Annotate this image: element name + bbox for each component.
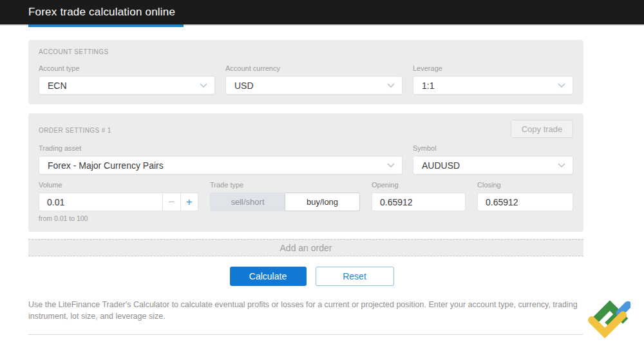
bottom-divider bbox=[28, 334, 583, 335]
trade-type-sell-option[interactable]: sell/short bbox=[210, 193, 285, 211]
account-currency-select[interactable]: USD bbox=[225, 76, 402, 95]
account-type-value: ECN bbox=[48, 81, 67, 91]
tab-strip bbox=[0, 24, 644, 27]
page-header: Forex trade calculation online bbox=[0, 0, 644, 24]
account-type-label: Account type bbox=[39, 64, 215, 72]
closing-price-input[interactable] bbox=[477, 193, 573, 211]
calculator-form: ACCOUNT SETTINGS Account type ECN Accoun… bbox=[28, 40, 583, 286]
trading-asset-field: Trading asset Forex - Major Currency Pai… bbox=[39, 144, 402, 175]
trade-type-label: Trade type bbox=[210, 181, 360, 189]
closing-label: Closing bbox=[477, 181, 573, 189]
symbol-select[interactable]: AUDUSD bbox=[413, 156, 573, 175]
symbol-value: AUDUSD bbox=[422, 160, 460, 171]
volume-input[interactable] bbox=[39, 193, 163, 211]
chevron-down-icon bbox=[387, 163, 395, 168]
order-settings-panel: ORDER SETTINGS # 1 Copy trade Trading as… bbox=[28, 113, 583, 232]
calculate-button[interactable]: Calculate bbox=[230, 267, 307, 286]
leverage-label: Leverage bbox=[413, 64, 573, 72]
closing-field: Closing bbox=[477, 181, 573, 222]
opening-label: Opening bbox=[372, 181, 466, 189]
order-settings-title: ORDER SETTINGS # 1 bbox=[39, 127, 111, 134]
trade-type-field: Trade type sell/short buy/long bbox=[210, 181, 360, 222]
volume-label: Volume bbox=[39, 181, 198, 189]
symbol-field: Symbol AUDUSD bbox=[413, 144, 573, 175]
account-type-select[interactable]: ECN bbox=[39, 76, 215, 95]
trading-asset-label: Trading asset bbox=[39, 144, 402, 152]
leverage-select[interactable]: 1:1 bbox=[413, 76, 573, 95]
volume-field: Volume − + from 0.01 to 100 bbox=[39, 181, 198, 222]
opening-field: Opening bbox=[372, 181, 466, 222]
trading-asset-select[interactable]: Forex - Major Currency Pairs bbox=[39, 156, 402, 175]
trade-type-toggle: sell/short buy/long bbox=[210, 193, 360, 211]
account-settings-title: ACCOUNT SETTINGS bbox=[39, 48, 573, 55]
reset-button[interactable]: Reset bbox=[316, 267, 394, 286]
leverage-value: 1:1 bbox=[422, 81, 434, 91]
trade-type-buy-option[interactable]: buy/long bbox=[285, 193, 360, 211]
action-buttons: Calculate Reset bbox=[28, 267, 583, 286]
chevron-down-icon bbox=[387, 83, 395, 88]
litefinance-logo bbox=[587, 293, 630, 338]
calculator-description: Use the LiteFinance Trader's Calculator … bbox=[28, 299, 583, 322]
opening-price-input[interactable] bbox=[372, 193, 466, 211]
leverage-field: Leverage 1:1 bbox=[413, 64, 573, 95]
chevron-down-icon bbox=[558, 163, 565, 168]
chevron-down-icon bbox=[200, 83, 207, 88]
volume-decrease-button[interactable]: − bbox=[163, 193, 181, 211]
symbol-label: Symbol bbox=[413, 144, 573, 152]
account-currency-value: USD bbox=[234, 81, 254, 91]
page-title: Forex trade calculation online bbox=[28, 6, 175, 19]
trading-asset-value: Forex - Major Currency Pairs bbox=[48, 160, 164, 171]
active-tab-indicator[interactable] bbox=[28, 24, 184, 27]
chevron-down-icon bbox=[558, 83, 565, 88]
account-currency-label: Account currency bbox=[225, 64, 402, 72]
account-settings-panel: ACCOUNT SETTINGS Account type ECN Accoun… bbox=[28, 40, 583, 104]
volume-increase-button[interactable]: + bbox=[181, 193, 199, 211]
account-currency-field: Account currency USD bbox=[225, 64, 402, 95]
account-type-field: Account type ECN bbox=[39, 64, 215, 95]
copy-trade-button[interactable]: Copy trade bbox=[511, 120, 573, 138]
volume-range-hint: from 0.01 to 100 bbox=[39, 214, 198, 222]
add-order-button[interactable]: Add an order bbox=[28, 239, 583, 256]
